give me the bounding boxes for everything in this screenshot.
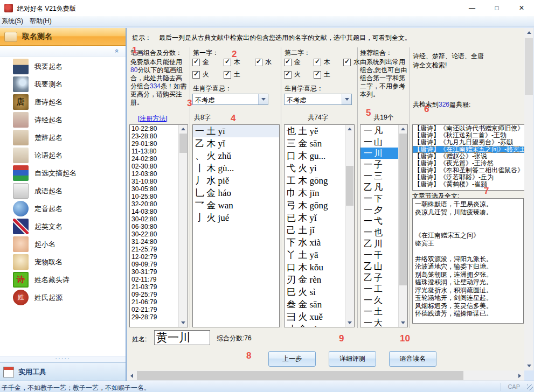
sidebar-item[interactable]: 楚辞起名: [0, 129, 126, 146]
excerpt-line: 骆宾王: [415, 240, 521, 248]
status-message: 子千金，不如教子一艺；教子一艺，不如赐子一名。: [2, 383, 150, 392]
sidebar-item[interactable]: 诗姓名藏头诗: [0, 271, 126, 289]
scroll-down-icon[interactable]: [179, 319, 188, 327]
checkbox-earth[interactable]: [314, 71, 321, 79]
books-icon: [13, 165, 29, 181]
zodiac-select-second[interactable]: 不考虑: [284, 94, 352, 105]
sidebar-item[interactable]: 论语起名: [0, 146, 126, 164]
name-pair-list[interactable]: 一凡一山一川一子一三乙凡一下一夕一弋一也乙川一千乙山乙子一工一久一土一大: [360, 124, 408, 327]
first-char-item[interactable]: 、 火 zhǔ: [193, 150, 279, 162]
first-char-item[interactable]: 乚 金 háo: [193, 187, 279, 199]
scrollbar-thumb[interactable]: [399, 134, 407, 285]
sidebar-item[interactable]: 我要起名: [0, 58, 126, 75]
sidebar-header-naming[interactable]: 取名测名: [0, 28, 126, 46]
excerpt-text-box[interactable]: 一朝殊默语，千里易炎凉。炎凉几迁贸，川陆疲臻凑。 《在江南赠宋五之问》骆宾王 井…: [412, 198, 524, 324]
scroll-down-icon[interactable]: [524, 361, 533, 370]
sidebar-item[interactable]: 宠物取名: [0, 253, 126, 271]
scroll-up-icon[interactable]: [524, 28, 533, 37]
checkbox-fire[interactable]: [284, 71, 292, 79]
first-char-item[interactable]: 丨 木 gù...: [193, 162, 279, 174]
second-char-item[interactable]: 三 金 sān: [285, 137, 354, 150]
sidebar-item[interactable]: 我要测名: [0, 75, 126, 93]
literature-list[interactable]: 【唐诗】《南还以诗代书赠京师旧僚》【唐诗】《秋江送别二首》-王勃【唐诗】《九月九…: [412, 124, 524, 191]
scroll-down-icon[interactable]: [345, 319, 354, 327]
checkbox-fire[interactable]: [192, 71, 200, 79]
scroll-up-icon[interactable]: [345, 125, 354, 133]
scrollbar-thumb[interactable]: [525, 38, 533, 95]
sidebar-item[interactable]: 自选文摘起名: [0, 164, 126, 182]
detail-evaluate-button[interactable]: 详细评测: [329, 351, 376, 367]
checkbox-earth[interactable]: [224, 71, 231, 79]
scrollbar-thumb[interactable]: [179, 134, 187, 153]
list-scrollbar[interactable]: [398, 125, 407, 327]
first-char-item[interactable]: 丿 水 piě: [193, 174, 279, 187]
second-char-item[interactable]: 也 土 yě: [285, 125, 354, 137]
second-char-item[interactable]: 工 木 gōng: [285, 174, 354, 187]
scroll-up-icon[interactable]: [179, 125, 188, 133]
maximize-button[interactable]: □: [484, 0, 509, 16]
second-char-item[interactable]: 已 木 yǐ: [285, 212, 354, 224]
menu-system[interactable]: 系统(S): [0, 16, 28, 27]
second-char-item[interactable]: 下 水 xià: [285, 236, 354, 249]
zodiac-select-first[interactable]: 不考虑: [192, 94, 268, 105]
dropdown-arrow-icon[interactable]: [258, 94, 268, 104]
sidebar-collapse-bar[interactable]: «: [0, 46, 126, 57]
second-char-item[interactable]: 己 土 jǐ: [285, 224, 354, 236]
name-input[interactable]: [154, 330, 210, 345]
sidebar-item[interactable]: 成语起名: [0, 182, 126, 200]
checkbox-water[interactable]: [343, 59, 351, 66]
sidebar-item[interactable]: 诗经起名: [0, 111, 126, 129]
stroke-combo-list[interactable]: 10-22:8023-28:8029-01:8011-13:8024-02:80…: [129, 124, 188, 327]
second-char-item[interactable]: 弓 木 gōng: [285, 199, 354, 212]
checkbox-metal[interactable]: [284, 59, 292, 66]
sidebar-item[interactable]: 姓姓氏起源: [0, 289, 126, 306]
close-button[interactable]: ×: [509, 0, 534, 16]
second-char-item[interactable]: 叁 金 sān: [285, 298, 354, 311]
main-horizontal-scrollbar[interactable]: [127, 370, 524, 381]
scroll-right-icon[interactable]: [515, 370, 524, 381]
minimize-button[interactable]: —: [460, 0, 484, 16]
menu-help[interactable]: 帮助(H): [28, 16, 57, 27]
checkbox-metal[interactable]: [192, 59, 200, 66]
scrollbar-thumb[interactable]: [346, 166, 353, 206]
register-link[interactable]: [注册方法]: [138, 114, 168, 123]
list-scrollbar[interactable]: [178, 125, 188, 327]
sidebar-item[interactable]: 起小名: [0, 235, 126, 253]
second-char-item[interactable]: 寸 金 cùn: [285, 323, 354, 327]
voice-read-button[interactable]: 语音读名: [389, 351, 436, 367]
checkbox-wood[interactable]: [224, 59, 231, 66]
collapse-chevron-icon[interactable]: «: [113, 49, 121, 53]
first-char-item[interactable]: 乙 木 yǐ: [193, 137, 279, 150]
sidebar-item[interactable]: 定音起名: [0, 200, 126, 218]
second-char-item[interactable]: 口 木 kǒu: [285, 261, 354, 274]
checkbox-water[interactable]: [255, 59, 262, 66]
resize-grip-icon[interactable]: [527, 384, 533, 390]
first-char-list[interactable]: 一 土 yī乙 木 yǐ、 火 zhǔ丨 木 gù...丿 水 piě乚 金 h…: [192, 124, 280, 327]
scroll-down-icon[interactable]: [399, 319, 407, 327]
main-vertical-scrollbar[interactable]: [524, 28, 533, 370]
second-char-item[interactable]: 巾 木 jīn: [285, 187, 354, 199]
scroll-left-icon[interactable]: [127, 370, 136, 381]
first-char-item[interactable]: 亅 火 jué: [193, 212, 279, 224]
second-char-item[interactable]: 巳 火 sì: [285, 286, 354, 298]
literature-item[interactable]: 【唐诗】《黄鹤楼》-崔颢: [413, 181, 524, 188]
second-char-item[interactable]: 丫 土 yā: [285, 249, 354, 261]
second-char-item[interactable]: 弋 火 yì: [285, 162, 354, 174]
second-char-item[interactable]: 刃 金 rèn: [285, 274, 354, 286]
sidebar-header-tools[interactable]: 实用工具: [0, 362, 126, 381]
back-button[interactable]: 上一步: [268, 351, 316, 367]
list-scrollbar[interactable]: [345, 125, 354, 327]
excerpt-line: 一朝殊默语，千里易炎凉。: [415, 200, 521, 208]
first-char-item[interactable]: 乛 金 wan: [193, 199, 279, 212]
first-char-item[interactable]: 一 土 yī: [193, 125, 279, 137]
second-char-item[interactable]: 彐 火 xuě: [285, 311, 354, 323]
second-char-list[interactable]: 也 土 yě三 金 sān口 木 gu...弋 火 yì工 木 gōng巾 木 …: [284, 124, 355, 327]
second-char-item[interactable]: 口 木 gu...: [285, 150, 354, 162]
dropdown-arrow-icon[interactable]: [342, 94, 351, 104]
scroll-up-icon[interactable]: [399, 125, 407, 133]
scrollbar-thumb[interactable]: [137, 371, 463, 380]
checkbox-wood[interactable]: [314, 59, 321, 66]
sidebar-item[interactable]: 起英文名: [0, 218, 126, 235]
sidebar-item-label: 我要起名: [34, 62, 63, 72]
sidebar-item[interactable]: 唐唐诗起名: [0, 93, 126, 111]
